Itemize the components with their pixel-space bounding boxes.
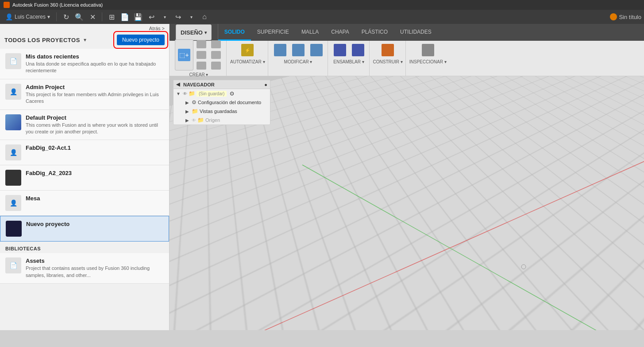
nav-collapse-right[interactable]: ● xyxy=(264,82,267,87)
navigator-item-vistas[interactable]: ▶ 📁 Vistas guardadas xyxy=(174,107,270,116)
ensamblar-icon-1 xyxy=(334,44,346,56)
back-button[interactable]: Atrás > xyxy=(149,26,165,31)
ensamblar-buttons xyxy=(332,43,366,58)
root-expand-icon[interactable]: ▼ xyxy=(175,90,181,97)
tab-utilidades[interactable]: UTILIDADES xyxy=(394,24,438,41)
list-item[interactable]: 📄 Assets Project that contains assets us… xyxy=(0,253,169,284)
user-menu[interactable]: 👤 Luis Caceres ▾ xyxy=(3,12,53,21)
inspeccionar-group: INSPECCIONAR ▾ xyxy=(409,43,447,64)
redo-button[interactable]: ↪ xyxy=(172,11,184,23)
refresh-button[interactable]: ↻ xyxy=(60,11,72,23)
redo-dropdown-icon: ▾ xyxy=(190,15,193,19)
list-item[interactable]: 👤 Admin Project This project is for team… xyxy=(0,79,169,110)
search-icon: 🔍 xyxy=(75,13,84,21)
inspeccionar-button-1[interactable] xyxy=(420,43,436,58)
thread-button[interactable] xyxy=(209,50,223,60)
vistas-expand-icon[interactable]: ▶ xyxy=(184,108,190,114)
grid-button[interactable]: ⊞ xyxy=(106,11,117,23)
navigator-item-root[interactable]: ▼ 👁 📁 (Sin guardar) ⊙ xyxy=(174,89,270,98)
undo-dropdown[interactable]: ▾ xyxy=(159,11,170,23)
app-icon xyxy=(4,2,10,8)
list-item[interactable]: 👤 Mesa xyxy=(0,191,169,216)
origen-expand-icon[interactable]: ▶ xyxy=(184,117,190,123)
ensamblar-button-1[interactable] xyxy=(332,43,348,58)
assets-icon: 📄 xyxy=(10,262,17,269)
tab-superficie[interactable]: SUPERFICIE xyxy=(251,24,295,41)
construir-button-1[interactable] xyxy=(379,43,396,58)
design-chevron: ▾ xyxy=(204,30,207,35)
undo-button[interactable]: ↩ xyxy=(146,11,157,23)
modify-icon-1 xyxy=(274,44,286,56)
modify-button-1[interactable] xyxy=(272,43,289,58)
user-chevron: ▾ xyxy=(47,14,50,20)
tab-malla[interactable]: MALLA xyxy=(295,24,325,41)
project-info-fabdig1: FabDig_02-Act.1 xyxy=(26,144,164,152)
app-title: Autodesk Fusion 360 (Licencia educativa) xyxy=(12,2,103,8)
construir-buttons xyxy=(379,43,396,58)
root-settings-icon[interactable]: ⊙ xyxy=(230,90,234,97)
extrude-button[interactable]: ⬚+ xyxy=(175,39,193,70)
toolbar-separator-2 xyxy=(102,12,102,21)
person-icon-3: 👤 xyxy=(10,199,17,207)
tab-ribbon-area: DISEÑO ▾ SOLIDO SUPERFICIE MALLA xyxy=(170,24,644,76)
list-item[interactable]: Default Project This comes with Fusion a… xyxy=(0,110,169,140)
tab-chapa[interactable]: CHAPA xyxy=(325,24,355,41)
list-item[interactable]: 📄 Mis datos recientes Una lista donde se… xyxy=(0,49,169,79)
undo-icon: ↩ xyxy=(149,13,154,21)
box-button[interactable] xyxy=(209,61,223,70)
save-button[interactable]: 💾 xyxy=(132,11,144,23)
project-icon-admin: 👤 xyxy=(5,84,21,100)
tab-plastico[interactable]: PLÁSTICO xyxy=(355,24,394,41)
navigator-header: ◀ NAVEGADOR ● xyxy=(174,80,270,89)
ribbon: ⬚+ xyxy=(170,41,644,76)
file-button[interactable]: 📄 xyxy=(119,11,131,23)
config-expand-icon[interactable]: ▶ xyxy=(184,99,190,105)
auto-button-1[interactable]: ⚡ xyxy=(239,43,256,58)
title-bar: Autodesk Fusion 360 (Licencia educativa) xyxy=(0,0,644,10)
sweep-icon xyxy=(197,51,206,59)
create-sub-buttons-2 xyxy=(209,39,223,70)
inspeccionar-buttons xyxy=(420,43,436,58)
revolve-button[interactable] xyxy=(195,39,208,49)
list-item[interactable]: Nuevo proyecto xyxy=(0,216,169,242)
navigator-item-origen[interactable]: ▶ 👁 📁 Origen xyxy=(174,116,270,125)
list-item[interactable]: FabDig_A2_2023 xyxy=(0,165,169,191)
root-folder-icon: 📁 xyxy=(189,90,195,97)
search-button[interactable]: 🔍 xyxy=(73,11,85,23)
project-name: FabDig_A2_2023 xyxy=(26,170,164,176)
root-visibility-icon[interactable]: 👁 xyxy=(183,91,187,96)
extrude-icon: ⬚+ xyxy=(178,49,190,61)
project-list: 📄 Mis datos recientes Una lista donde se… xyxy=(0,49,169,330)
project-desc: Project that contains assets used by Fus… xyxy=(26,265,164,279)
navigator-item-config[interactable]: ▶ ⚙ Configuración del documento xyxy=(174,98,270,107)
tab-chapa-label: CHAPA xyxy=(331,29,349,35)
list-item[interactable]: 👤 FabDig_02-Act.1 xyxy=(0,140,169,165)
close-panel-button[interactable]: ✕ xyxy=(87,11,98,23)
home-button[interactable]: ⌂ xyxy=(199,11,210,23)
project-info-admin: Admin Project This project is for team m… xyxy=(26,84,164,105)
hole-button[interactable] xyxy=(209,39,223,49)
panel-chevron[interactable]: ▾ xyxy=(84,37,86,43)
ensamblar-icon-2 xyxy=(352,44,364,56)
modify-button-2[interactable] xyxy=(290,43,307,58)
new-project-button[interactable]: Nuevo proyecto xyxy=(117,35,165,45)
project-info-fabdig2: FabDig_A2_2023 xyxy=(26,170,164,177)
inspeccionar-icon-1 xyxy=(422,44,434,56)
ensamblar-button-2[interactable] xyxy=(350,43,366,58)
project-icon-fabdig2 xyxy=(5,170,21,186)
tab-solido[interactable]: SOLIDO xyxy=(218,24,251,41)
project-info-assets: Assets Project that contains assets used… xyxy=(26,257,164,279)
redo-dropdown[interactable]: ▾ xyxy=(185,11,197,23)
project-info-recent: Mis datos recientes Una lista donde se e… xyxy=(26,53,164,74)
canvas-area[interactable]: ◀ NAVEGADOR ● ▼ 👁 📁 (Sin guardar) ⊙ ▶ ⚙ … xyxy=(170,76,644,330)
project-icon-nuevo xyxy=(6,221,22,237)
construir-label: CONSTRUIR ▾ xyxy=(373,58,403,64)
nav-collapse-left[interactable]: ◀ xyxy=(176,82,180,87)
sweep-button[interactable] xyxy=(195,50,208,60)
main-toolbar: 👤 Luis Caceres ▾ ↻ 🔍 ✕ ⊞ 📄 💾 ↩ ▾ ↪ ▾ ⌂ S… xyxy=(0,10,644,24)
modify-button-3[interactable] xyxy=(308,43,325,58)
grid-icon: ⊞ xyxy=(109,13,115,21)
design-dropdown-button[interactable]: DISEÑO ▾ xyxy=(176,24,212,40)
origen-visibility-icon[interactable]: 👁 xyxy=(192,118,196,123)
loft-button[interactable] xyxy=(195,61,208,70)
